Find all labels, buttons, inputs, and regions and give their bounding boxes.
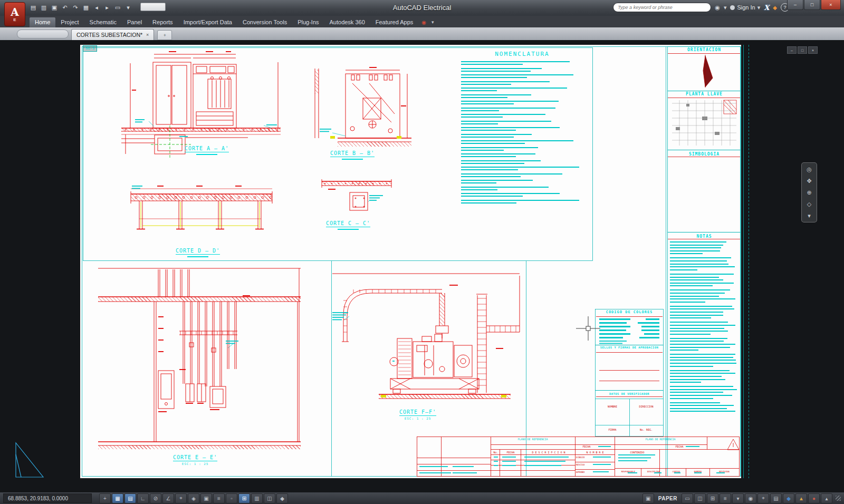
quick-access-toolbar: ▤▥▣↶↷▦◂▸▭▾ bbox=[28, 3, 133, 12]
isolate-icon[interactable]: ▲ bbox=[795, 493, 807, 503]
osnap3d-icon[interactable]: ◈ bbox=[188, 493, 199, 503]
annotation-icon[interactable]: ◆ bbox=[276, 493, 288, 503]
layout-pre-icon[interactable]: ▣ bbox=[642, 493, 654, 503]
quickview-drawings-icon[interactable]: ⊞ bbox=[707, 493, 718, 503]
coordinates-readout[interactable]: 68.8853, 20.9183, 0.0000 bbox=[3, 493, 92, 503]
panel-simbologia-title: SIMBOLOGIA bbox=[667, 152, 741, 157]
properties-icon[interactable]: ▭ bbox=[113, 3, 122, 12]
ribbon-tab-import-export-data[interactable]: Import/Export Data bbox=[178, 17, 237, 27]
back-icon[interactable]: ◂ bbox=[92, 3, 101, 12]
corte-f-title: CORTE F—F' bbox=[386, 409, 449, 415]
workspace-icon[interactable]: ▤ bbox=[770, 493, 782, 503]
title-bar: ▤▥▣↶↷▦◂▸▭▾ AutoCAD Electrical ◉ ▾ Sign I… bbox=[0, 0, 844, 16]
tab-close-icon[interactable]: × bbox=[146, 32, 149, 37]
search-binoculars-icon[interactable]: ◉ bbox=[715, 4, 720, 11]
transparency-icon[interactable]: ▫ bbox=[226, 493, 237, 503]
lineweight-icon[interactable]: ≡ bbox=[213, 493, 225, 503]
document-tab-active[interactable]: CORTES SUBESTACION* × bbox=[71, 29, 154, 40]
orbit-icon[interactable]: ◇ bbox=[804, 200, 814, 208]
corte-a-subtext bbox=[196, 154, 217, 155]
maximize-button[interactable]: □ bbox=[804, 0, 820, 10]
plot-icon[interactable]: ▦ bbox=[81, 3, 91, 12]
autoscale-icon[interactable]: ⌖ bbox=[757, 493, 769, 503]
ribbon-tab-project[interactable]: Project bbox=[55, 17, 84, 27]
annoscale-icon[interactable]: ▾ bbox=[732, 493, 744, 503]
osnap-icon[interactable]: ⌖ bbox=[175, 493, 187, 503]
drawing-canvas[interactable]: SG-3 NOMENCLATURA CORTE A — A' CORTE B —… bbox=[0, 40, 844, 492]
undo-icon[interactable]: ↶ bbox=[60, 3, 70, 12]
app-title: AutoCAD Electrical bbox=[393, 4, 452, 12]
resize-grip[interactable] bbox=[836, 496, 841, 501]
numero-label: NUMERO bbox=[687, 470, 709, 473]
plano-ref-2: PLANO DE REFERENCIA bbox=[629, 438, 692, 441]
ribbon-tab-autodesk-360[interactable]: Autodesk 360 bbox=[324, 17, 370, 27]
save-icon[interactable]: ▣ bbox=[50, 3, 59, 12]
ribbon-collapse-icon[interactable]: ▾ bbox=[429, 20, 436, 27]
quick-props-icon[interactable]: ▥ bbox=[251, 493, 263, 503]
navigation-bar[interactable]: ◎✥⊕◇▾ bbox=[801, 162, 817, 222]
corte-e-title: CORTE E — E' bbox=[164, 454, 227, 460]
snap-icon[interactable]: ▦ bbox=[112, 493, 123, 503]
ribbon-tabs: HomeProjectSchematicPanelReportsImport/E… bbox=[30, 17, 418, 27]
ribbon-tab-home[interactable]: Home bbox=[30, 17, 55, 27]
dyn-input-icon[interactable]: ⊞ bbox=[238, 493, 250, 503]
selection-cycling-icon[interactable]: ◫ bbox=[264, 493, 275, 503]
ribbon-tab-conversion-tools[interactable]: Conversion Tools bbox=[237, 17, 292, 27]
help-search-input[interactable] bbox=[613, 3, 711, 12]
tray-alert-icon[interactable]: ● bbox=[808, 493, 820, 503]
drawing-minimize-button[interactable]: – bbox=[787, 46, 797, 54]
drawing-close-button[interactable]: × bbox=[808, 46, 818, 54]
pan-icon[interactable]: ✥ bbox=[804, 177, 814, 185]
corte-c-title: CORTE C — C' bbox=[316, 220, 380, 226]
datos-title: DATOS DE VERIFICADOR bbox=[596, 392, 663, 395]
sign-in-button[interactable]: Sign In ▾ bbox=[730, 4, 760, 11]
corte-c-subtext bbox=[338, 229, 359, 230]
open-file-icon[interactable]: ▥ bbox=[39, 3, 49, 12]
annovisibility-icon[interactable]: ◉ bbox=[745, 493, 756, 503]
dibujo-label: DIBUJO bbox=[576, 456, 584, 459]
exchange-apps-icon[interactable]: X bbox=[764, 4, 769, 12]
redo-icon[interactable]: ↷ bbox=[71, 3, 80, 12]
sellos-title: SELLOS Y FIRMAS DE APROBACION bbox=[596, 346, 663, 349]
workspace-box[interactable] bbox=[140, 3, 166, 11]
layout-icon[interactable]: ◫ bbox=[694, 493, 706, 503]
contenido-label: CONTENIDO bbox=[616, 451, 659, 454]
ribbon-tab-schematic[interactable]: Schematic bbox=[84, 17, 122, 27]
forward-icon[interactable]: ▸ bbox=[102, 3, 112, 12]
polar-angle-icon[interactable]: ∠ bbox=[162, 493, 174, 503]
ribbon-tab-plug-ins[interactable]: Plug-Ins bbox=[292, 17, 324, 27]
zoom-icon[interactable]: ⊕ bbox=[804, 188, 814, 197]
ribbon-tab-reports[interactable]: Reports bbox=[147, 17, 178, 27]
application-menu-button[interactable]: A E bbox=[4, 2, 25, 26]
paper-space-label[interactable]: PAPER bbox=[658, 496, 677, 501]
revision-label: REVISION bbox=[711, 470, 738, 473]
new-tab-button[interactable]: + bbox=[157, 30, 172, 40]
ribbon-tab-featured-apps[interactable]: Featured Apps bbox=[370, 17, 419, 27]
corte-b-title: CORTE B — B' bbox=[321, 150, 384, 156]
model-toggle-icon[interactable]: ▭ bbox=[682, 493, 693, 503]
navbar-more-icon[interactable]: ▾ bbox=[804, 211, 814, 220]
corte-a-title: CORTE A — A' bbox=[175, 146, 238, 151]
lock-icon[interactable]: ◆ bbox=[783, 493, 794, 503]
quickview-layouts-icon[interactable]: ≡ bbox=[720, 493, 731, 503]
otrack-icon[interactable]: ▣ bbox=[200, 493, 212, 503]
nombre-header-label: N O M B R E bbox=[576, 451, 614, 454]
steering-wheel-icon[interactable]: ◎ bbox=[804, 165, 814, 173]
ribbon-tab-panel[interactable]: Panel bbox=[122, 17, 147, 27]
infer-constraints-icon[interactable]: + bbox=[99, 493, 111, 503]
drawing-restore-button[interactable]: □ bbox=[798, 46, 807, 54]
a360-icon[interactable]: ◆ bbox=[773, 5, 777, 11]
minimize-button[interactable]: – bbox=[787, 0, 803, 10]
close-button[interactable]: × bbox=[821, 0, 841, 10]
codigo-colores-rows bbox=[599, 318, 659, 341]
tray-expand-icon[interactable]: ▴ bbox=[821, 493, 832, 503]
ortho-icon[interactable]: ∟ bbox=[137, 493, 149, 503]
polar-icon[interactable]: ⊘ bbox=[150, 493, 161, 503]
search-caret-icon[interactable]: ▾ bbox=[724, 4, 727, 11]
new-file-icon[interactable]: ▤ bbox=[28, 3, 38, 12]
fecha-column-label: FECHA bbox=[501, 451, 521, 454]
direccion-label: DIRECCION bbox=[630, 405, 663, 408]
grid-icon[interactable]: ▤ bbox=[124, 493, 136, 503]
ribbon-extra-icon[interactable]: ◉ bbox=[418, 20, 429, 27]
qat-dropdown-icon[interactable]: ▾ bbox=[123, 3, 133, 12]
